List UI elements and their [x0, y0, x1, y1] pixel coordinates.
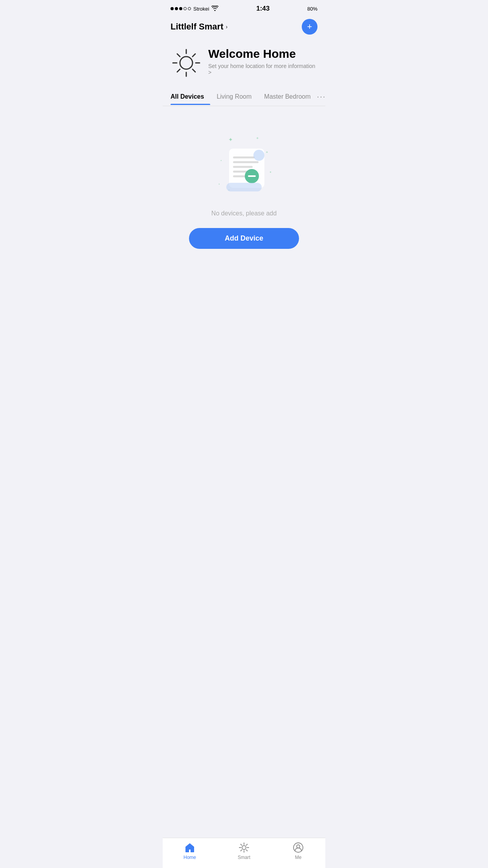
svg-rect-19 [233, 161, 259, 163]
svg-rect-18 [233, 156, 255, 158]
empty-illustration: ✦ ✦ ✦ ● ● ✦ ● ● [209, 130, 279, 200]
svg-text:✦: ✦ [228, 136, 233, 143]
app-title-container[interactable]: Littlelf Smart › [171, 22, 227, 32]
app-title: Littlelf Smart [171, 22, 223, 32]
signal-dot-5 [188, 7, 191, 10]
welcome-section: Welcome Home Set your home location for … [163, 41, 325, 86]
svg-line-8 [177, 69, 180, 72]
svg-text:●: ● [218, 183, 220, 185]
svg-rect-20 [233, 166, 253, 168]
tab-master-bedroom[interactable]: Master Bedroom [258, 88, 317, 105]
room-tabs: All Devices Living Room Master Bedroom ·… [163, 86, 325, 106]
svg-rect-25 [248, 175, 256, 177]
wifi-icon [211, 6, 218, 12]
svg-text:●: ● [270, 170, 272, 174]
status-bar: Strokei 1:43 80% [163, 0, 325, 15]
battery-level: 80% [307, 6, 317, 12]
chevron-down-icon: › [226, 24, 227, 30]
empty-state-message: No devices, please add [211, 210, 277, 217]
add-button[interactable]: + [302, 19, 317, 35]
add-device-button[interactable]: Add Device [189, 228, 299, 249]
svg-line-6 [193, 69, 195, 72]
app-header: Littlelf Smart › + [163, 15, 325, 41]
svg-line-7 [193, 54, 195, 57]
tabs-more-icon[interactable]: ··· [317, 86, 325, 106]
svg-point-23 [253, 150, 264, 161]
sun-icon [171, 47, 202, 79]
signal-dot-3 [179, 7, 182, 10]
tab-living-room[interactable]: Living Room [210, 88, 258, 105]
signal-dots [171, 7, 191, 10]
svg-text:●: ● [220, 159, 222, 162]
status-left: Strokei [171, 6, 218, 12]
empty-state-svg: ✦ ✦ ✦ ● ● ✦ ● ● [209, 130, 279, 200]
svg-text:✦: ✦ [266, 151, 268, 154]
signal-dot-1 [171, 7, 174, 10]
tab-all-devices[interactable]: All Devices [171, 88, 210, 105]
welcome-subtext[interactable]: Set your home location for more informat… [208, 63, 317, 75]
signal-dot-4 [183, 7, 187, 10]
svg-text:✦: ✦ [256, 136, 259, 140]
svg-point-0 [180, 57, 193, 69]
svg-line-5 [177, 54, 180, 57]
plus-icon: + [307, 22, 312, 31]
welcome-text-container: Welcome Home Set your home location for … [208, 47, 317, 75]
signal-dot-2 [175, 7, 178, 10]
svg-rect-26 [226, 183, 262, 191]
welcome-heading: Welcome Home [208, 47, 317, 61]
carrier-name: Strokei [193, 6, 209, 12]
status-time: 1:43 [256, 5, 270, 13]
empty-state-container: ✦ ✦ ✦ ● ● ✦ ● ● No devices, please add A… [163, 106, 325, 265]
